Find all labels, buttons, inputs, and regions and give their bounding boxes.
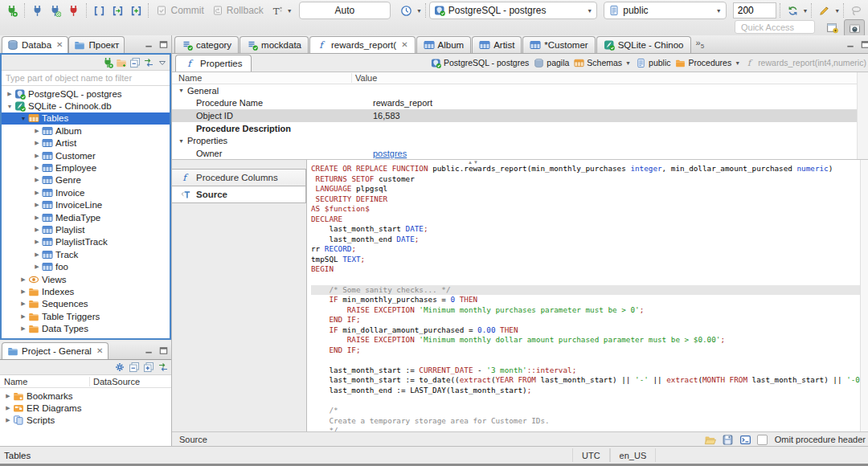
commit-mode-select[interactable]: Auto <box>299 2 391 19</box>
refresh-button[interactable] <box>784 2 802 19</box>
tree-item-data-types[interactable]: ▶Data Types <box>2 322 170 334</box>
tree-item-postgresql-postgres[interactable]: ▶PostgreSQL - postgres <box>2 88 170 100</box>
tree-item-mediatype[interactable]: ▶MediaType <box>2 211 170 223</box>
expand-toggle-icon[interactable]: ▶ <box>32 227 42 233</box>
tree-item-invoice[interactable]: ▶Invoice <box>2 186 170 198</box>
sash-control[interactable]: ▲▼ <box>468 160 479 165</box>
breadcrumb-item-public[interactable]: public <box>636 58 670 68</box>
minimize-icon[interactable] <box>143 345 155 356</box>
expand-toggle-icon[interactable]: ▶ <box>32 128 42 134</box>
open-sql-script-button[interactable] <box>108 2 127 19</box>
property-value-link[interactable]: postgres <box>369 149 868 158</box>
omit-procedure-header-checkbox[interactable] <box>757 435 768 445</box>
column-header-name[interactable]: Name <box>0 377 90 386</box>
commit-button[interactable]: Commit <box>152 5 207 16</box>
open-perspective-button[interactable] <box>822 19 841 35</box>
tab-projects[interactable]: Проект <box>68 36 125 53</box>
collapse-toggle-icon[interactable]: ▼ <box>18 116 28 121</box>
disconnect-button[interactable] <box>64 2 83 19</box>
close-icon[interactable]: ✕ <box>96 347 103 355</box>
breadcrumb-item-rewards-report-int4-numeric[interactable]: frewards_report(int4,numeric) <box>745 58 866 68</box>
load-from-file-icon[interactable] <box>704 434 716 446</box>
property-row-general[interactable]: ▼General <box>172 84 868 97</box>
tree-item-views[interactable]: ▶Views <box>2 273 170 285</box>
reconnect-button[interactable] <box>47 2 65 19</box>
expand-toggle-icon[interactable]: ▶ <box>18 276 28 283</box>
open-in-sql-console-icon[interactable] <box>739 434 751 446</box>
gear-icon[interactable] <box>114 362 125 373</box>
maximize-icon[interactable] <box>158 39 170 50</box>
editor-tab-artist[interactable]: Artist <box>472 36 522 53</box>
minimize-icon[interactable] <box>845 39 857 50</box>
property-row-procedure-description[interactable]: Procedure Description <box>172 122 868 135</box>
expand-toggle-icon[interactable]: ▶ <box>18 300 28 307</box>
link-with-editor-icon[interactable] <box>158 362 169 373</box>
expand-toggle-icon[interactable]: ▶ <box>32 215 42 221</box>
maximize-icon[interactable] <box>158 345 170 356</box>
project-item-scripts[interactable]: ▶Scripts <box>0 415 171 427</box>
side-tab-procedure-columns[interactable]: fProcedure Columns <box>172 169 306 186</box>
property-row-object-id[interactable]: Object ID16,583 <box>172 109 868 122</box>
tree-item-album[interactable]: ▶Album <box>2 125 170 137</box>
properties-scrollbar[interactable] <box>857 72 868 159</box>
source-scrollbar[interactable] <box>860 160 868 431</box>
connect-button[interactable] <box>28 2 47 19</box>
chevron-down-icon[interactable]: ▼ <box>625 60 631 66</box>
column-header-datasource[interactable]: DataSource <box>90 377 171 386</box>
breadcrumb-item-postgresql-postgres[interactable]: PostgreSQL - postgres <box>431 58 529 68</box>
lasso-tool-button[interactable] <box>847 2 866 19</box>
expand-toggle-icon[interactable]: ▶ <box>18 325 28 332</box>
expand-toggle-icon[interactable]: ▶ <box>32 165 42 171</box>
column-header-name[interactable]: Name <box>172 73 352 83</box>
expand-toggle-icon[interactable]: ▶ <box>3 405 13 411</box>
editor-tab-customer[interactable]: *Customer <box>522 36 595 53</box>
tree-item-table-triggers[interactable]: ▶Table Triggers <box>2 310 170 322</box>
collapse-toggle-icon[interactable]: ▼ <box>178 138 184 144</box>
dbeaver-perspective-button[interactable] <box>844 19 865 37</box>
tab-project-general[interactable]: Project - General ✕ <box>2 342 108 359</box>
editor-tab-rewards-report[interactable]: frewards_report(✕ <box>309 36 416 53</box>
tab-database-navigator[interactable]: Databa ✕ <box>2 36 68 53</box>
collapse-all-icon[interactable] <box>129 57 141 68</box>
expand-toggle-icon[interactable]: ▶ <box>32 251 42 258</box>
transaction-log-button[interactable]: T <box>268 2 286 19</box>
column-header-value[interactable]: Value <box>352 73 868 83</box>
rollback-button[interactable]: Rollback <box>208 5 268 16</box>
project-item-er-diagrams[interactable]: ▶ER Diagrams <box>0 402 171 414</box>
minimize-icon[interactable] <box>143 39 155 50</box>
source-code[interactable]: CREATE OR REPLACE FUNCTION public.reward… <box>307 160 860 431</box>
expand-toggle-icon[interactable]: ▶ <box>3 393 13 399</box>
link-with-editor-icon[interactable] <box>143 57 154 68</box>
view-menu-icon[interactable] <box>157 57 168 68</box>
close-icon[interactable]: ✕ <box>401 41 407 49</box>
project-item-bookmarks[interactable]: ▶Bookmarks <box>0 390 171 402</box>
breadcrumb-item-pagila[interactable]: pagila <box>534 58 569 68</box>
tree-item-customer[interactable]: ▶Customer <box>2 149 170 161</box>
collapse-all-icon[interactable] <box>129 362 140 373</box>
new-folder-icon[interactable] <box>116 57 127 68</box>
breadcrumb-item-schemas[interactable]: Schemas▼ <box>574 58 631 68</box>
tree-item-indexes[interactable]: ▶Indexes <box>2 285 170 297</box>
sql-editor-button[interactable] <box>90 2 108 19</box>
expand-toggle-icon[interactable]: ▶ <box>32 264 42 270</box>
expand-toggle-icon[interactable]: ▶ <box>18 288 28 295</box>
expand-toggle-icon[interactable]: ▶ <box>32 140 42 146</box>
fetch-size-input[interactable] <box>733 2 776 18</box>
tab-properties[interactable]: f Properties <box>175 55 252 72</box>
object-filter-input[interactable] <box>2 73 170 83</box>
tree-item-sequences[interactable]: ▶Sequences <box>2 298 170 310</box>
expand-toggle-icon[interactable]: ▶ <box>32 153 42 159</box>
side-tab-source[interactable]: Source <box>172 186 306 203</box>
tree-item-tables[interactable]: ▼Tables <box>2 112 170 125</box>
locale-indicator[interactable]: en_US <box>610 448 657 462</box>
maximize-icon[interactable] <box>859 39 868 50</box>
expand-toggle-icon[interactable]: ▶ <box>18 313 28 320</box>
collapse-toggle-icon[interactable]: ▼ <box>5 104 14 109</box>
tree-item-employee[interactable]: ▶Employee <box>2 161 170 174</box>
editor-tab-album[interactable]: Album <box>416 36 472 53</box>
timezone-indicator[interactable]: UTC <box>572 448 610 462</box>
new-connection-icon[interactable] <box>102 57 113 68</box>
quick-access-input[interactable] <box>735 20 815 34</box>
tree-item-genre[interactable]: ▶Genre <box>2 174 170 186</box>
property-row-properties[interactable]: ▼Properties <box>172 134 868 147</box>
